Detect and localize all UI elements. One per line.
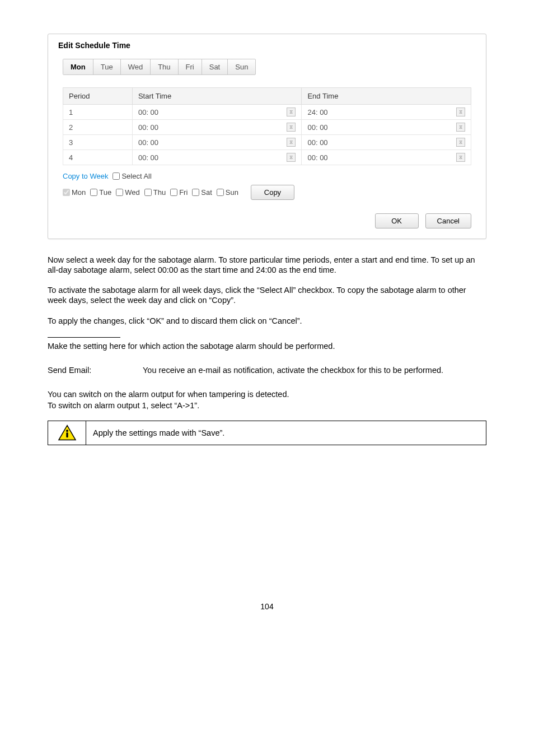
paragraph: To activate the sabotage alarm for all w…	[48, 285, 486, 305]
end-cell[interactable]: 00: 00⧖	[302, 135, 471, 150]
day-wed-checkbox[interactable]: Wed	[116, 188, 140, 197]
select-all-checkbox[interactable]: Select All	[113, 172, 151, 180]
info-box: Apply the settings made with “Save”.	[48, 421, 486, 445]
day-label: Tue	[99, 188, 111, 197]
ok-button[interactable]: OK	[375, 213, 419, 228]
table-row: 2 00: 00⧖ 00: 00⧖	[63, 120, 471, 135]
days-row: Mon Tue Wed Thu Fri Sat Sun Copy	[63, 184, 471, 200]
day-sun-checkbox[interactable]: Sun	[217, 188, 238, 197]
start-cell[interactable]: 00: 00⧖	[132, 150, 302, 165]
start-value: 00: 00	[138, 108, 158, 116]
day-label: Sun	[226, 188, 238, 197]
start-value: 00: 00	[138, 123, 158, 132]
end-value: 24: 00	[307, 108, 327, 116]
copy-to-week-row: Copy to Week Select All	[63, 171, 471, 180]
tab-sat[interactable]: Sat	[202, 59, 228, 74]
paragraph: To apply the changes, click “OK” and to …	[48, 316, 486, 326]
time-picker-icon[interactable]: ⧖	[287, 153, 296, 162]
time-picker-icon[interactable]: ⧖	[287, 123, 296, 132]
end-cell[interactable]: 24: 00⧖	[302, 105, 471, 120]
time-picker-icon[interactable]: ⧖	[456, 138, 465, 147]
time-picker-icon[interactable]: ⧖	[456, 123, 465, 132]
tab-sun[interactable]: Sun	[228, 59, 255, 74]
edit-schedule-dialog: Edit Schedule Time Mon Tue Wed Thu Fri S…	[48, 34, 486, 239]
svg-rect-2	[66, 432, 68, 437]
paragraph: Now select a week day for the sabotage a…	[48, 255, 486, 275]
period-cell: 1	[63, 105, 133, 120]
day-fri-checkbox[interactable]: Fri	[170, 188, 188, 197]
table-row: 1 00: 00⧖ 24: 00⧖	[63, 105, 471, 120]
tab-mon[interactable]: Mon	[63, 59, 93, 74]
copy-to-week-label: Copy to Week	[63, 172, 108, 180]
paragraph: You can switch on the alarm output for w…	[48, 389, 486, 399]
start-cell[interactable]: 00: 00⧖	[132, 120, 302, 135]
day-sat-checkbox[interactable]: Sat	[192, 188, 212, 197]
period-cell: 4	[63, 150, 133, 165]
day-label: Sat	[201, 188, 212, 197]
time-picker-icon[interactable]: ⧖	[456, 108, 465, 116]
paragraph: Make the setting here for which action t…	[48, 341, 486, 351]
end-value: 00: 00	[307, 153, 327, 162]
cancel-button[interactable]: Cancel	[425, 213, 471, 228]
tab-tue[interactable]: Tue	[93, 59, 121, 74]
start-value: 00: 00	[138, 138, 158, 147]
col-end: End Time	[302, 88, 471, 105]
time-picker-icon[interactable]: ⧖	[287, 108, 296, 116]
day-label: Thu	[153, 188, 166, 197]
day-label: Fri	[179, 188, 188, 197]
end-value: 00: 00	[307, 138, 327, 147]
dialog-footer: OK Cancel	[63, 213, 471, 228]
select-all-label: Select All	[121, 172, 151, 180]
info-icon	[48, 421, 86, 445]
table-row: 3 00: 00⧖ 00: 00⧖	[63, 135, 471, 150]
tab-wed[interactable]: Wed	[121, 59, 151, 74]
end-cell[interactable]: 00: 00⧖	[302, 150, 471, 165]
end-cell[interactable]: 00: 00⧖	[302, 120, 471, 135]
day-label: Mon	[72, 188, 86, 197]
day-label: Wed	[125, 188, 140, 197]
send-email-text: You receive an e-mail as notification, a…	[143, 366, 443, 375]
start-value: 00: 00	[138, 153, 158, 162]
dialog-title: Edit Schedule Time	[48, 34, 486, 55]
day-mon-checkbox[interactable]: Mon	[63, 188, 86, 197]
col-period: Period	[63, 88, 133, 105]
day-tue-checkbox[interactable]: Tue	[90, 188, 111, 197]
col-start: Start Time	[132, 88, 302, 105]
start-cell[interactable]: 00: 00⧖	[132, 105, 302, 120]
send-email-label: Send Email:	[48, 366, 115, 375]
schedule-table: Period Start Time End Time 1 00: 00⧖ 24:…	[63, 87, 471, 165]
schedule-body: 1 00: 00⧖ 24: 00⧖ 2 00: 00⧖ 00: 00⧖ 3 00…	[63, 105, 471, 165]
day-tabs: Mon Tue Wed Thu Fri Sat Sun	[63, 59, 256, 75]
tab-thu[interactable]: Thu	[151, 59, 178, 74]
period-cell: 2	[63, 120, 133, 135]
send-email-row: Send Email: You receive an e-mail as not…	[48, 366, 486, 375]
dialog-body: Mon Tue Wed Thu Fri Sat Sun Period Start…	[48, 55, 486, 239]
section-divider	[48, 337, 120, 338]
start-cell[interactable]: 00: 00⧖	[132, 135, 302, 150]
paragraph: To switch on alarm output 1, select “A->…	[48, 400, 486, 410]
page-number: 104	[48, 602, 486, 611]
time-picker-icon[interactable]: ⧖	[456, 153, 465, 162]
time-picker-icon[interactable]: ⧖	[287, 138, 296, 147]
info-text: Apply the settings made with “Save”.	[86, 421, 231, 445]
period-cell: 3	[63, 135, 133, 150]
tab-fri[interactable]: Fri	[179, 59, 202, 74]
end-value: 00: 00	[307, 123, 327, 132]
day-thu-checkbox[interactable]: Thu	[144, 188, 166, 197]
copy-button[interactable]: Copy	[251, 185, 294, 200]
table-row: 4 00: 00⧖ 00: 00⧖	[63, 150, 471, 165]
svg-point-1	[66, 430, 68, 432]
